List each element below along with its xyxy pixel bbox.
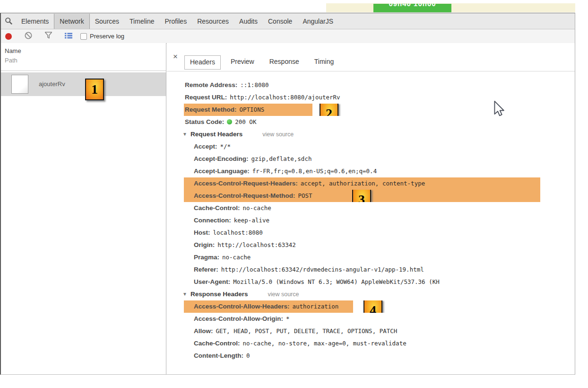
main-tab-audits[interactable]: Audits xyxy=(234,14,263,29)
main-tab-console[interactable]: Console xyxy=(263,14,297,29)
main-tab-elements[interactable]: Elements xyxy=(16,14,54,29)
header-line: Pragma:no-cache xyxy=(167,251,575,264)
appointment-slot-label: 09h40 10h00 xyxy=(373,4,451,8)
header-value: authorization xyxy=(293,303,339,310)
main-tab-angularjs[interactable]: AngularJS xyxy=(297,14,338,29)
header-name: Host: xyxy=(194,229,210,236)
detail-tabs: HeadersPreviewResponseTiming xyxy=(184,55,344,70)
header-name: Referer: xyxy=(194,266,218,273)
header-line: Access-Control-Allow-Origin:* xyxy=(167,313,575,325)
mouse-cursor xyxy=(493,101,505,118)
header-value: 0 xyxy=(246,352,250,359)
resource-rows-button[interactable] xyxy=(65,32,72,41)
header-value: OPTIONS xyxy=(240,106,265,113)
header-value: no-cache xyxy=(243,204,271,212)
header-value: * xyxy=(286,315,290,322)
header-name: Connection: xyxy=(194,217,231,224)
document-icon xyxy=(11,75,28,94)
header-line: Referer:http://localhost:63342/rdvmedeci… xyxy=(167,264,575,276)
devtools-window: ElementsNetworkSourcesTimelineProfilesRe… xyxy=(0,13,575,375)
funnel-icon xyxy=(45,32,52,39)
close-detail-button[interactable]: × xyxy=(173,53,178,61)
header-name: Accept-Language: xyxy=(194,168,250,175)
view-source-link[interactable]: view source xyxy=(262,131,294,138)
column-header-name[interactable]: Name xyxy=(5,47,166,54)
header-name: Cache-Control: xyxy=(194,204,240,212)
header-name: Origin: xyxy=(194,241,215,248)
header-line: User-Agent:Mozilla/5.0 (Windows NT 6.3; … xyxy=(167,276,575,288)
detail-tab-headers[interactable]: Headers xyxy=(184,55,221,70)
header-value: POST xyxy=(298,192,312,199)
header-line: Connection:keep-alive xyxy=(167,214,575,227)
main-tab-profiles[interactable]: Profiles xyxy=(159,14,192,29)
header-line: Request URL:http://localhost:8080/ajoute… xyxy=(167,91,575,104)
view-source-link[interactable]: view source xyxy=(268,291,299,298)
request-detail-pane: × HeadersPreviewResponseTiming Remote Ad… xyxy=(167,43,575,374)
main-tab-timeline[interactable]: Timeline xyxy=(124,14,159,29)
header-name: Accept: xyxy=(194,143,217,150)
devtools-main-tabbar: ElementsNetworkSourcesTimelineProfilesRe… xyxy=(1,13,575,29)
header-line: Accept-Encoding:gzip,deflate,sdch xyxy=(167,153,575,165)
record-button[interactable] xyxy=(5,33,12,40)
header-value: GET, HEAD, POST, PUT, DELETE, TRACE, OPT… xyxy=(216,327,398,335)
collapse-triangle-icon[interactable]: ▼ xyxy=(182,132,187,137)
status-ok-dot-icon xyxy=(227,119,232,124)
main-tab-network[interactable]: Network xyxy=(54,14,89,29)
header-value: 200 OK xyxy=(235,118,256,125)
section-header: ▼Response Headersview source xyxy=(167,288,575,300)
headers-content: Remote Address:::1:8080Request URL:http:… xyxy=(167,71,575,374)
header-value: ::1:8080 xyxy=(240,81,268,88)
header-line: Cache-Control:no-cache, no-store, max-ag… xyxy=(167,337,575,350)
header-value: http://localhost:8080/ajouterRv xyxy=(230,94,340,101)
section-title: Response Headers xyxy=(190,291,248,298)
header-line: Access-Control-Request-Method:POST3 xyxy=(167,190,575,202)
search-button[interactable] xyxy=(1,13,16,29)
header-value: http://localhost:63342/rdvmedecins-angul… xyxy=(221,266,424,273)
column-header-path: Path xyxy=(5,57,166,64)
section-title: Request Headers xyxy=(190,131,242,138)
header-name: Pragma: xyxy=(194,254,219,261)
header-name: Accept-Encoding: xyxy=(194,155,249,162)
header-name: Request Method: xyxy=(185,106,237,113)
annotation-badge-4: 4 xyxy=(363,300,382,313)
circle-slash-icon xyxy=(25,32,32,39)
detail-tab-response[interactable]: Response xyxy=(264,55,304,69)
main-tab-sources[interactable]: Sources xyxy=(90,14,124,29)
section-header: ▼Request Headersview source xyxy=(167,128,575,141)
requests-sidebar: Name Path ajouterRv 1 xyxy=(1,43,166,374)
request-name: ajouterRv xyxy=(39,80,65,88)
header-value: gzip,deflate,sdch xyxy=(251,155,312,162)
cursor-arrow-icon xyxy=(493,101,505,116)
detail-tab-preview[interactable]: Preview xyxy=(225,55,259,69)
detail-tabbar: × HeadersPreviewResponseTiming xyxy=(167,43,575,71)
header-value: keep-alive xyxy=(234,217,269,224)
main-tab-resources[interactable]: Resources xyxy=(192,14,234,29)
network-toolbar: Preserve log xyxy=(1,29,575,44)
annotation-badge-2: 2 xyxy=(320,104,338,116)
header-line: Access-Control-Allow-Headers:authorizati… xyxy=(167,300,575,313)
preserve-log-checkbox[interactable] xyxy=(80,33,87,40)
header-line: Host:localhost:8080 xyxy=(167,227,575,239)
header-name: Content-Length: xyxy=(194,352,243,359)
list-rows-icon xyxy=(65,33,72,39)
header-value: */* xyxy=(220,143,231,150)
page-background-strip: 09h40 10h00 xyxy=(326,3,575,12)
header-name: Allow: xyxy=(194,327,213,335)
clear-button[interactable] xyxy=(25,32,32,41)
header-value: no-cache xyxy=(222,254,251,261)
header-name: Access-Control-Allow-Origin: xyxy=(194,315,283,322)
request-row-ajouterrv[interactable]: ajouterRv xyxy=(1,72,166,96)
header-name: Access-Control-Request-Headers: xyxy=(194,180,298,187)
header-line: Remote Address:::1:8080 xyxy=(167,79,575,91)
main-tabs: ElementsNetworkSourcesTimelineProfilesRe… xyxy=(16,14,338,29)
header-value: no-cache, no-store, max-age=0, must-reva… xyxy=(243,340,406,347)
detail-tab-timing[interactable]: Timing xyxy=(309,55,339,69)
header-name: Status Code: xyxy=(185,118,224,125)
header-line: Content-Length:0 xyxy=(167,350,575,362)
search-icon xyxy=(5,17,13,25)
header-line: Origin:http://localhost:63342 xyxy=(167,239,575,251)
filter-button[interactable] xyxy=(45,32,52,41)
header-value: http://localhost:63342 xyxy=(217,241,296,248)
collapse-triangle-icon[interactable]: ▼ xyxy=(182,291,187,297)
preserve-log-label[interactable]: Preserve log xyxy=(90,33,124,40)
